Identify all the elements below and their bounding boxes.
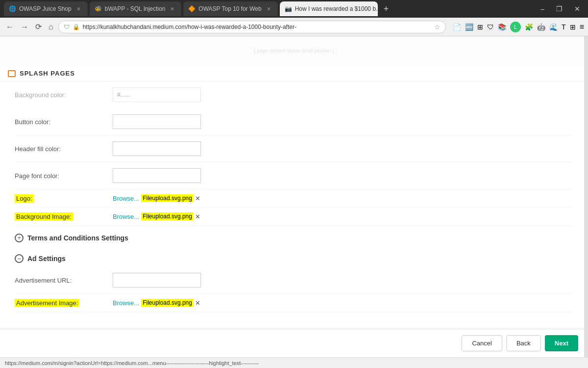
tab-close-owasp-top10[interactable]: ✕ <box>265 5 273 13</box>
tab-label: bWAPP - SQL Injection <box>105 5 166 12</box>
background-image-browse-link[interactable]: Browse... <box>113 213 139 220</box>
button-color-label: Button color: <box>15 118 113 126</box>
advertisement-image-label-highlight: Advertisement Image: <box>15 299 79 307</box>
home-button[interactable]: ⌂ <box>47 21 55 33</box>
address-bar-wrapper: 🛡 🔒 ☆ <box>58 21 446 33</box>
page-content: [ page content above scroll position ] S… <box>0 36 588 357</box>
tab-owasp-top10[interactable]: 🔶 OWASP Top 10 for Web ✕ <box>183 1 277 16</box>
button-color-input[interactable]: #0096d6 <box>113 114 201 129</box>
extensions-icon[interactable]: 🧩 <box>525 23 533 31</box>
header-fill-color-input[interactable] <box>113 141 201 156</box>
tab-icon: 📷 <box>285 5 292 12</box>
next-button[interactable]: Next <box>545 335 578 351</box>
lock-icon: 🛡 <box>64 24 70 30</box>
more-tools-icon[interactable]: ⊞ <box>570 23 576 31</box>
forward-button[interactable]: → <box>19 21 30 33</box>
address-input[interactable] <box>83 24 431 30</box>
tab-close-bwapp[interactable]: ✕ <box>168 5 176 13</box>
tab-medium[interactable]: 📷 How I was rewarded a $1000 b... ✕ <box>280 1 378 16</box>
maximize-button[interactable]: ❐ <box>552 4 566 14</box>
tab-bwapp[interactable]: 🐝 bWAPP - SQL Injection ✕ <box>90 1 182 16</box>
background-image-remove-button[interactable]: ✕ <box>195 213 200 220</box>
form-area: Background color: Button color: #0096d6 … <box>0 81 588 329</box>
back-button-footer[interactable]: Back <box>506 335 541 351</box>
background-image-label-highlight: Background Image: <box>15 212 73 221</box>
background-image-label: Background Image: <box>15 213 113 220</box>
grid-icon[interactable]: ⊞ <box>477 23 483 31</box>
minimize-button[interactable]: – <box>537 4 548 14</box>
ad-settings-content: Advertisement URL: Advertisement Image: … <box>15 267 573 312</box>
padlock-icon: 🔒 <box>73 24 80 30</box>
logo-row: Logo: Browse... Fileupload.svg.png ✕ <box>15 189 573 208</box>
splash-pages-title: SPLASH PAGES <box>20 70 75 77</box>
tab-owasp-juice[interactable]: 🌐 OWASP Juice Shop ✕ <box>4 1 88 16</box>
background-image-filename: Fileupload.svg.png <box>141 212 194 220</box>
tab-icon: 🐝 <box>95 5 102 12</box>
advertisement-image-browse-link[interactable]: Browse... <box>113 299 139 307</box>
logo-label-highlight: Logo: <box>15 194 34 203</box>
nav-bar: ← → ⟳ ⌂ 🛡 🔒 ☆ 📄 🔤 ⊞ 🛡 📚 L 🧩 🤖 🌊 T ⊞ ≡ <box>0 18 588 36</box>
tab-label: OWASP Juice Shop <box>19 5 72 12</box>
title-bar: 🌐 OWASP Juice Shop ✕ 🐝 bWAPP - SQL Injec… <box>0 0 588 18</box>
profile-icon[interactable]: L <box>510 22 521 32</box>
back-button[interactable]: ← <box>4 21 16 33</box>
background-color-input[interactable] <box>113 87 201 102</box>
button-color-row: Button color: #0096d6 <box>15 108 573 135</box>
advertisement-image-row: Advertisement Image: Browse... Fileuploa… <box>15 294 573 312</box>
advertisement-url-input[interactable] <box>113 273 201 288</box>
tab-label: OWASP Top 10 for Web <box>198 5 261 12</box>
advertisement-image-label: Advertisement Image: <box>15 299 113 307</box>
splash-pages-icon <box>8 70 16 77</box>
background-color-row: Background color: <box>15 81 573 108</box>
ad-section-header[interactable]: – Ad Settings <box>15 246 573 267</box>
background-image-row: Background Image: Browse... Fileupload.s… <box>15 208 573 226</box>
top-preview-area: [ page content above scroll position ] <box>0 36 588 66</box>
status-text: https://medium.com/m/signin?actionUrl=ht… <box>5 360 259 366</box>
logo-browse-link[interactable]: Browse... <box>113 195 139 202</box>
copilot-icon[interactable]: 🤖 <box>537 23 545 31</box>
refresh-button[interactable]: ⟳ <box>33 20 44 33</box>
advertisement-url-label: Advertisement URL: <box>15 277 113 284</box>
advertisement-url-row: Advertisement URL: <box>15 267 573 294</box>
page-font-color-row: Page font color: #bbbbbb <box>15 162 573 189</box>
terms-section-header[interactable]: + Terms and Conditions Settings <box>15 226 573 246</box>
translate-icon[interactable]: 🔤 <box>465 23 473 31</box>
favorites-icon[interactable]: T <box>562 23 566 31</box>
edge-icon[interactable]: 🌊 <box>549 23 558 31</box>
browser-window: 🌐 OWASP Juice Shop ✕ 🐝 bWAPP - SQL Injec… <box>0 0 588 368</box>
ad-collapse-icon[interactable]: – <box>15 254 24 263</box>
tab-icon: 🔶 <box>188 5 196 12</box>
shield-icon[interactable]: 🛡 <box>487 23 494 31</box>
footer-bar: Cancel Back Next <box>0 329 588 357</box>
header-fill-color-row: Header fill color: <box>15 135 573 162</box>
reader-icon[interactable]: 📄 <box>453 23 461 31</box>
cancel-button[interactable]: Cancel <box>462 335 502 351</box>
terms-expand-icon[interactable]: + <box>15 234 24 242</box>
advertisement-image-filename: Fileupload.svg.png <box>141 299 194 307</box>
logo-label: Logo: <box>15 195 113 202</box>
tab-icon: 🌐 <box>9 5 16 12</box>
splash-pages-header: SPLASH PAGES <box>0 66 588 81</box>
status-bar: https://medium.com/m/signin?actionUrl=ht… <box>0 357 588 368</box>
tab-label: How I was rewarded a $1000 b... <box>295 5 378 12</box>
ad-section-title: Ad Settings <box>27 255 66 263</box>
background-color-label: Background color: <box>15 91 113 99</box>
header-fill-color-label: Header fill color: <box>15 145 113 153</box>
page-font-color-label: Page font color: <box>15 172 113 180</box>
terms-section-title: Terms and Conditions Settings <box>27 234 128 242</box>
menu-button[interactable]: ≡ <box>580 23 584 31</box>
close-button[interactable]: ✕ <box>570 4 584 14</box>
page-font-color-input[interactable]: #bbbbbb <box>113 168 201 183</box>
logo-filename: Fileupload.svg.png <box>141 194 194 202</box>
logo-remove-button[interactable]: ✕ <box>195 195 200 202</box>
bookmark-icon[interactable]: ☆ <box>434 23 441 31</box>
scrollbar[interactable] <box>584 36 588 357</box>
nav-toolbar-icons: 📄 🔤 ⊞ 🛡 📚 L 🧩 🤖 🌊 T ⊞ ≡ <box>453 22 584 32</box>
tab-close-owasp-juice[interactable]: ✕ <box>74 5 83 13</box>
window-controls: – ❐ ✕ <box>537 4 584 14</box>
library-icon[interactable]: 📚 <box>498 23 506 31</box>
new-tab-button[interactable]: + <box>380 3 393 15</box>
advertisement-image-remove-button[interactable]: ✕ <box>195 299 200 307</box>
